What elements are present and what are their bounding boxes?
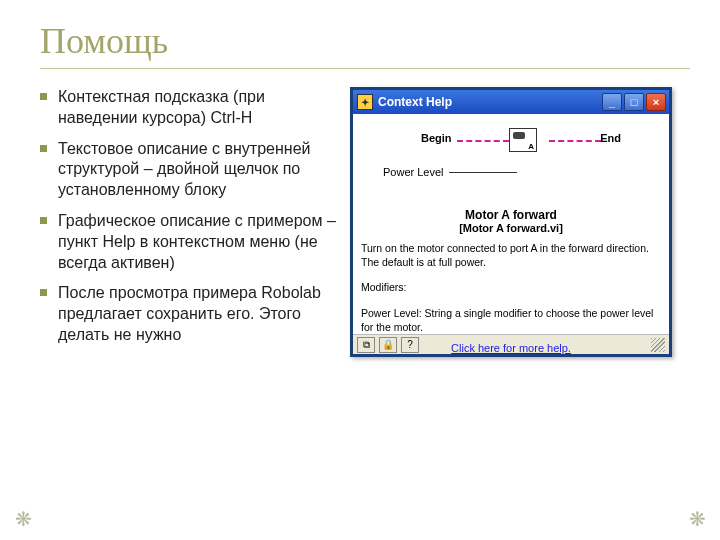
window-content: Begin End Power Level Motor A forward [M… [353, 114, 669, 334]
maximize-button[interactable]: □ [624, 93, 644, 111]
bullet-list: Контекстная подсказка (при наведении кур… [40, 87, 340, 357]
end-label: End [600, 132, 621, 144]
power-level-label: Power Level [383, 166, 444, 178]
list-item: Текстовое описание с внутренней структур… [40, 139, 340, 201]
wire-left [457, 140, 509, 142]
vi-description: Turn on the motor connected to port A in… [361, 242, 661, 269]
vi-diagram: Begin End Power Level [361, 122, 661, 202]
list-item: После просмотра примера Robolab предлага… [40, 283, 340, 345]
app-icon: ✦ [357, 94, 373, 110]
power-line [449, 172, 517, 173]
page-title: Помощь [40, 20, 690, 62]
more-help-link[interactable]: Click here for more help. [361, 342, 661, 354]
vi-title: Motor A forward [361, 208, 661, 222]
context-help-window: ✦ Context Help _ □ × Begin End Power Lev… [350, 87, 672, 357]
title-underline [40, 68, 690, 69]
close-button[interactable]: × [646, 93, 666, 111]
list-item: Графическое описание с примером – пункт … [40, 211, 340, 273]
window-title: Context Help [378, 95, 452, 109]
modifier-text: Power Level: String a single modifier to… [361, 307, 661, 334]
begin-label: Begin [421, 132, 452, 144]
minimize-button[interactable]: _ [602, 93, 622, 111]
window-titlebar[interactable]: ✦ Context Help _ □ × [353, 90, 669, 114]
slide-nav-prev-icon[interactable]: ❋ [12, 508, 34, 530]
vi-filename: [Motor A forward.vi] [361, 222, 661, 234]
modifiers-heading: Modifiers: [361, 281, 661, 295]
wire-right [549, 140, 601, 142]
list-item: Контекстная подсказка (при наведении кур… [40, 87, 340, 129]
motor-block-icon [509, 128, 537, 152]
slide-nav-next-icon[interactable]: ❋ [686, 508, 708, 530]
